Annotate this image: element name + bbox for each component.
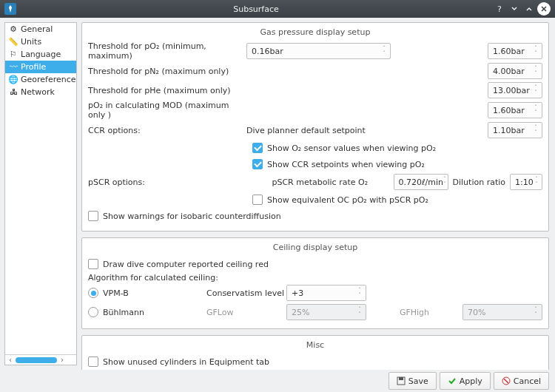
conservatism-label: Conservatism level — [206, 288, 286, 298]
pscr-equivalent-checkbox[interactable] — [252, 195, 263, 205]
threshold-po2-max-spinbox[interactable]: 1.60bar ˄˅ — [488, 43, 542, 59]
red-ceiling-checkbox[interactable] — [88, 259, 98, 269]
apply-button[interactable]: Apply — [440, 372, 491, 390]
pscr-metabolic-label: pSCR metabolic rate O₂ — [246, 178, 394, 187]
sidebar-scrollbar[interactable]: ‹ › — [5, 354, 76, 365]
gear-icon: ⚙ — [8, 24, 18, 35]
unused-cylinders-label: Show unused cylinders in Equipment tab — [103, 357, 269, 367]
sidebar-item-language[interactable]: ⚐ Language — [5, 48, 76, 61]
isobaric-warning-label: Show warnings for isobaric counterdiffus… — [103, 212, 281, 221]
group-legend: Misc — [88, 340, 542, 350]
check-icon — [448, 376, 457, 385]
misc-group: Misc Show unused cylinders in Equipment … — [81, 335, 549, 370]
ccr-sensor-label: Show O₂ sensor values when viewing pO₂ — [267, 143, 436, 153]
gfhigh-spinbox: 70% ˄˅ — [462, 304, 542, 320]
ruler-icon: 📏 — [8, 37, 18, 47]
globe-icon: 🌐 — [8, 75, 18, 85]
cancel-icon — [502, 376, 511, 385]
conservatism-spinbox[interactable]: +3 ˄˅ — [286, 285, 366, 301]
sidebar-item-label: Network — [21, 87, 55, 97]
sidebar-item-label: Units — [21, 37, 41, 47]
ceiling-group: Ceiling display setup Draw dive computer… — [81, 237, 549, 329]
gfhigh-label: GFHigh — [366, 308, 462, 317]
window-title: Subsurface — [21, 4, 491, 14]
save-button[interactable]: Save — [388, 372, 437, 390]
sidebar: ⚙ General 📏 Units ⚐ Language 〰 Profile 🌐… — [4, 22, 77, 365]
ccr-options-label: CCR options: — [88, 126, 246, 135]
sidebar-item-general[interactable]: ⚙ General — [5, 23, 76, 36]
algorithm-label: Algorithm for calculated ceiling: — [88, 273, 542, 283]
spin-down-icon[interactable]: ˅ — [380, 51, 388, 56]
threshold-pn2-label: Threshold for pN₂ (maximum only) — [88, 67, 246, 76]
pscr-metabolic-spinbox[interactable]: 0.720ℓ/min ˄˅ — [394, 174, 448, 190]
sidebar-item-label: Language — [21, 50, 61, 59]
gas-pressure-group: Gas pressure display setup Threshold for… — [81, 22, 549, 232]
dilution-ratio-label: Dilution ratio — [453, 178, 505, 187]
chart-icon: 〰 — [8, 62, 18, 72]
pscr-equivalent-label: Show equivalent OC pO₂ with pSCR pO₂ — [267, 195, 428, 205]
mod-po2-label: pO₂ in calculating MOD (maximum only ) — [88, 101, 246, 120]
app-icon — [4, 3, 16, 15]
group-legend: Gas pressure display setup — [88, 27, 542, 37]
gflow-spinbox: 25% ˄˅ — [286, 304, 366, 320]
help-button[interactable]: ? — [493, 2, 506, 16]
vpmb-label: VPM-B — [103, 288, 206, 298]
svg-rect-1 — [399, 377, 403, 380]
red-ceiling-label: Draw dive computer reported ceiling red — [103, 260, 269, 269]
buhlmann-radio[interactable] — [88, 307, 98, 317]
sidebar-item-profile[interactable]: 〰 Profile — [5, 61, 76, 73]
threshold-phe-spinbox[interactable]: 13.00bar ˄˅ — [488, 82, 542, 98]
ccr-setpoints-checkbox[interactable] — [252, 159, 263, 169]
close-button[interactable] — [537, 2, 551, 16]
scroll-left-icon[interactable]: ‹ — [7, 356, 14, 364]
sidebar-item-georeference[interactable]: 🌐 Georeference — [5, 73, 76, 86]
ccr-setpoints-label: Show CCR setpoints when viewing pO₂ — [267, 160, 425, 169]
unused-cylinders-checkbox[interactable] — [88, 356, 98, 367]
maximize-button[interactable] — [522, 2, 536, 16]
dilution-ratio-spinbox[interactable]: 1:10 ˄˅ — [510, 174, 542, 190]
save-icon — [397, 376, 406, 385]
footer: Save Apply Cancel — [0, 370, 555, 392]
group-legend: Ceiling display setup — [88, 243, 542, 252]
vpmb-radio[interactable] — [88, 288, 98, 298]
isobaric-warning-checkbox[interactable] — [88, 211, 98, 221]
sidebar-item-label: Profile — [21, 62, 46, 72]
gflow-label: GFLow — [206, 308, 286, 317]
minimize-button[interactable] — [508, 2, 521, 16]
ccr-setpoint-spinbox[interactable]: 1.10bar ˄˅ — [488, 122, 542, 138]
sidebar-item-units[interactable]: 📏 Units — [5, 36, 76, 48]
scroll-right-icon[interactable]: › — [58, 356, 66, 364]
pscr-options-label: pSCR options: — [88, 178, 246, 187]
sidebar-item-label: General — [21, 24, 53, 34]
threshold-po2-label: Threshold for pO₂ (minimum, maximum) — [88, 41, 246, 61]
sidebar-item-network[interactable]: 🖧 Network — [5, 86, 76, 98]
network-icon: 🖧 — [8, 87, 18, 98]
titlebar: Subsurface ? — [0, 0, 555, 18]
buhlmann-label: Bühlmann — [103, 308, 206, 317]
flag-icon: ⚐ — [8, 50, 18, 60]
threshold-pn2-spinbox[interactable]: 4.00bar ˄˅ — [488, 63, 542, 79]
threshold-po2-min-spinbox[interactable]: 0.16bar ˄˅ — [246, 43, 391, 59]
content: Gas pressure display setup Threshold for… — [77, 18, 555, 370]
threshold-phe-label: Threshold for pHe (maximum only) — [88, 86, 246, 95]
cancel-button[interactable]: Cancel — [494, 372, 549, 390]
ccr-setpoint-label: Dive planner default setpoint — [246, 126, 366, 135]
mod-po2-spinbox[interactable]: 1.60bar ˄˅ — [488, 102, 542, 118]
ccr-sensor-checkbox[interactable] — [252, 143, 263, 153]
scrollbar-thumb[interactable] — [16, 357, 57, 363]
sidebar-item-label: Georeference — [21, 75, 76, 84]
